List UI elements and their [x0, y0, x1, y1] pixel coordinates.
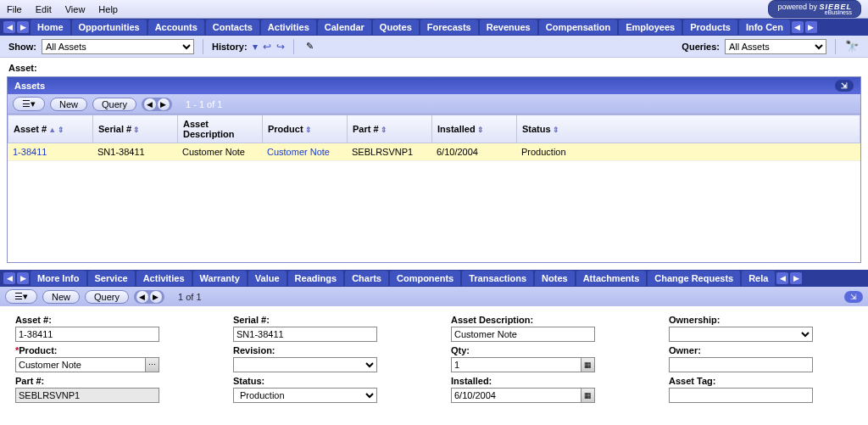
subtab-changerequests[interactable]: Change Requests [648, 271, 740, 286]
subtab-activities[interactable]: Activities [136, 271, 192, 286]
input-asset-tag[interactable] [669, 388, 813, 403]
col-asset-no[interactable]: Asset #▲⇕ [8, 115, 93, 143]
form-query-button[interactable]: Query [85, 290, 129, 304]
select-status[interactable]: Production [233, 388, 377, 403]
subtab-charts[interactable]: Charts [345, 271, 388, 286]
tab-opportunities[interactable]: Opportunities [72, 20, 147, 35]
cell-asset-no[interactable]: 1-38411 [8, 143, 92, 161]
subtab-notes[interactable]: Notes [535, 271, 575, 286]
menu-edit[interactable]: Edit [36, 4, 52, 14]
col-installed[interactable]: Installed⇕ [432, 115, 517, 143]
search-icon[interactable]: 🔭 [844, 40, 860, 53]
subtab-scroll-left2-icon[interactable]: ◀ [776, 272, 788, 284]
select-ownership[interactable] [669, 327, 813, 342]
tab-revenues[interactable]: Revenues [480, 20, 537, 35]
history-back-icon[interactable]: ↩ [263, 41, 271, 53]
tab-forecasts[interactable]: Forecasts [420, 20, 478, 35]
assets-panel: Assets ⇲ ☰▾ New Query ◀ ▶ 1 - 1 of 1 Ass… [7, 76, 861, 263]
input-qty[interactable] [451, 357, 595, 372]
input-serial[interactable] [233, 327, 377, 342]
history-forward-icon[interactable]: ↪ [276, 41, 285, 53]
subtab-transactions[interactable]: Transactions [462, 271, 533, 286]
sort-ind-icon: ⇕ [381, 126, 387, 134]
subtab-components[interactable]: Components [390, 271, 460, 286]
tab-quotes[interactable]: Quotes [373, 20, 419, 35]
show-label: Show: [8, 42, 36, 52]
sitemap-icon[interactable]: ✎ [303, 40, 318, 53]
label-qty: Qty: [451, 345, 635, 355]
history-dropdown-icon[interactable]: ▾ [253, 41, 258, 53]
input-asset-no[interactable] [15, 327, 159, 342]
query-button[interactable]: Query [92, 98, 136, 111]
form-record-count: 1 of 1 [178, 292, 202, 302]
record-nav: ◀ ▶ [142, 98, 172, 111]
record-count: 1 - 1 of 1 [186, 99, 222, 109]
prev-record-icon[interactable]: ◀ [144, 98, 156, 110]
table-row[interactable]: 1-38411 SN1-38411 Customer Note Customer… [8, 143, 860, 161]
cell-part: SEBLRSVNP1 [347, 143, 431, 161]
input-owner[interactable] [669, 357, 813, 372]
picker-qty-icon[interactable]: ▦ [581, 358, 594, 372]
subtab-attachments[interactable]: Attachments [576, 271, 647, 286]
tab-scroll-left2-icon[interactable]: ◀ [792, 21, 804, 33]
form-next-icon[interactable]: ▶ [150, 291, 162, 303]
field-revision: Revision: [233, 345, 417, 372]
select-revision[interactable] [233, 357, 377, 372]
tab-infocenter[interactable]: Info Cen [739, 20, 790, 35]
subtab-value[interactable]: Value [248, 271, 287, 286]
col-part[interactable]: Part #⇕ [348, 115, 432, 143]
tab-compensation[interactable]: Compensation [539, 20, 617, 35]
separator [203, 39, 203, 54]
menu-file[interactable]: File [7, 4, 22, 14]
new-button[interactable]: New [50, 98, 87, 111]
show-select[interactable]: All Assets [42, 39, 194, 54]
menu-button[interactable]: ☰▾ [13, 97, 45, 111]
subtab-warranty[interactable]: Warranty [193, 271, 247, 286]
subtab-scroll-right-icon[interactable]: ▶ [790, 272, 802, 284]
tab-calendar[interactable]: Calendar [318, 20, 371, 35]
tab-home[interactable]: Home [31, 20, 70, 35]
subtab-scroll-right-small-icon[interactable]: ▶ [17, 272, 29, 284]
tab-activities[interactable]: Activities [261, 20, 316, 35]
cell-product[interactable]: Customer Note [262, 143, 347, 161]
picker-date-icon[interactable]: ▦ [581, 389, 594, 402]
panel-collapse-icon[interactable]: ⇲ [835, 80, 854, 92]
asset-header-label: Asset: [0, 58, 868, 75]
picker-product-icon[interactable]: ⋯ [145, 358, 159, 372]
subtab-service[interactable]: Service [88, 271, 135, 286]
input-installed[interactable] [451, 388, 595, 403]
tab-employees[interactable]: Employees [619, 20, 682, 35]
queries-select[interactable]: All Assets [725, 39, 826, 54]
tab-contacts[interactable]: Contacts [206, 20, 259, 35]
label-installed: Installed: [451, 376, 635, 386]
subtab-moreinfo[interactable]: More Info [31, 271, 86, 286]
tab-accounts[interactable]: Accounts [148, 20, 204, 35]
tab-scroll-right-icon[interactable]: ▶ [805, 21, 817, 33]
form-collapse-icon[interactable]: ⇲ [844, 291, 863, 303]
form-record-nav: ◀ ▶ [134, 290, 164, 304]
field-qty: Qty: ▦ [451, 345, 635, 372]
tab-products[interactable]: Products [683, 20, 737, 35]
sort-ind-icon: ⇕ [553, 126, 559, 134]
menu-help[interactable]: Help [98, 4, 118, 14]
input-product[interactable] [15, 357, 159, 372]
subtab-scroll-left-icon[interactable]: ◀ [3, 272, 15, 284]
sort-ind-icon: ⇕ [133, 126, 140, 134]
label-status: Status: [233, 376, 417, 386]
col-serial[interactable]: Serial #⇕ [93, 115, 178, 143]
tab-scroll-right-small-icon[interactable]: ▶ [17, 21, 29, 33]
col-desc[interactable]: Asset Description [178, 115, 263, 143]
tab-scroll-left-icon[interactable]: ◀ [3, 21, 15, 33]
form-prev-icon[interactable]: ◀ [136, 291, 148, 303]
history-label: History: [212, 42, 248, 52]
menubar: File Edit View Help powered by SIEBEL eB… [0, 0, 868, 19]
col-status[interactable]: Status⇕ [517, 115, 860, 143]
subtab-relations[interactable]: Rela [742, 271, 775, 286]
form-menu-button[interactable]: ☰▾ [5, 289, 37, 304]
input-desc[interactable] [451, 327, 595, 342]
menu-view[interactable]: View [65, 4, 86, 14]
next-record-icon[interactable]: ▶ [158, 98, 170, 110]
form-new-button[interactable]: New [42, 290, 80, 304]
subtab-readings[interactable]: Readings [288, 271, 344, 286]
col-product[interactable]: Product⇕ [263, 115, 348, 143]
